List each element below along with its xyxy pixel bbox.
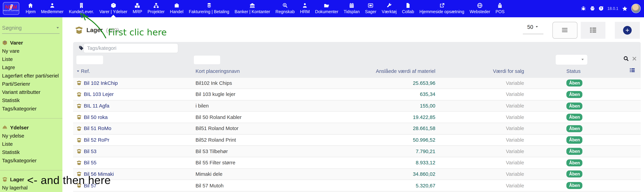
nav-item-collab[interactable]: Collab (399, 0, 417, 17)
nav-item-hrm[interactable]: HRM (298, 0, 312, 17)
list-view-button[interactable] (552, 22, 577, 39)
table-row[interactable]: Bil 57Bil 57 Mutoh5.320,67VariableÅben (73, 180, 640, 191)
column-header-status[interactable]: Status (566, 68, 580, 74)
sidebar-item-ydelser-tags-kategorier[interactable]: Tags/kategorier (0, 156, 62, 165)
sidebar-item-varer-lagerført-efter-parti-seriel[interactable]: Lagerført efter parti/seriel (0, 71, 62, 80)
nav-item-label: Regnskab (276, 9, 295, 14)
location-filter-input[interactable] (194, 56, 220, 64)
nav-item-banker-kontanter[interactable]: Banker | Kontanter (232, 0, 273, 17)
table-row[interactable]: Bil 55Bil 55 Filter større8.933,12Variab… (73, 157, 640, 169)
column-picker-icon[interactable] (629, 67, 635, 73)
cubes-icon (134, 2, 140, 8)
table-row[interactable]: Bil 50 rokaBil 50 Roland Kabler19.422,85… (73, 112, 640, 123)
sidebar-item-varer-tags-kategorier[interactable]: Tags/kategorier (0, 105, 62, 113)
column-header-ref[interactable]: Ref. (76, 68, 90, 74)
sidebar-item-varer-variant-attributter[interactable]: Variant attributter (0, 88, 62, 96)
nav-item-fakturering-betaling[interactable]: Fakturering | Betaling (186, 0, 232, 17)
row-status: Åben (566, 180, 582, 191)
sidebar-section-ydelser[interactable]: Ydelser (2, 125, 62, 131)
status-badge[interactable]: Åben (566, 114, 582, 121)
row-ref-link[interactable]: Bil 102 InkChip (76, 78, 118, 88)
sidebar-item-varer-ny-vare[interactable]: Ny vare (0, 47, 62, 55)
status-badge[interactable]: Åben (566, 137, 582, 144)
column-header-location[interactable]: Kort placeringsnavn (196, 68, 240, 74)
sidebar-item-ydelser-liste[interactable]: Liste (0, 140, 62, 148)
tags-filter-input[interactable] (84, 44, 178, 53)
row-ref-link[interactable]: Bil 50 roka (76, 112, 108, 123)
page-size-value: 50 (527, 24, 533, 30)
nav-item-dokumenter[interactable]: Dokumenter (312, 0, 341, 17)
status-badge[interactable]: Åben (566, 182, 582, 189)
status-filter-select[interactable] (556, 55, 587, 64)
column-header-material-value[interactable]: Anslåede værdi af materiel (312, 68, 436, 74)
nav-item-mrp[interactable]: MRP (130, 0, 145, 17)
coins-icon (206, 2, 212, 8)
row-ref-link[interactable]: Bil 51 RoMo (76, 123, 111, 134)
row-location: Bil 55 Filter større (196, 157, 235, 168)
nav-item-websteder[interactable]: Websteder (467, 0, 493, 17)
row-ref-link[interactable]: BIL 11 Agfa (76, 100, 110, 111)
status-badge[interactable]: Åben (566, 159, 582, 166)
nav-item-label: Varer | Ydelser (100, 9, 127, 14)
status-badge[interactable]: Åben (566, 171, 582, 178)
sidebar-item-ydelser-statistik[interactable]: Statistik (0, 148, 62, 156)
column-header-sale-value[interactable]: Værdi for salg (442, 68, 524, 74)
clear-filters-icon[interactable] (632, 56, 637, 61)
status-badge[interactable]: Åben (566, 91, 582, 98)
company-logo[interactable]: NEM PRINTER SUPPORT (3, 2, 20, 15)
row-ref-link[interactable]: Bil 52 RoPr (76, 135, 110, 145)
nav-item-værktøj[interactable]: Værktøj (379, 0, 399, 17)
status-badge[interactable]: Åben (566, 125, 582, 132)
nav-item-hjemmeside-opsætning[interactable]: Hjemmeside opsætning (417, 0, 467, 17)
row-material-value: 5.320,67 (312, 180, 436, 191)
nav-item-varer-ydelser[interactable]: Varer | Ydelser (97, 0, 130, 17)
sidebar-item-varer-lagre[interactable]: Lagre (0, 63, 62, 71)
nav-item-handel[interactable]: Handel (167, 0, 186, 17)
row-sale-value: Variable (442, 135, 524, 145)
status-badge[interactable]: Åben (566, 103, 582, 109)
sidebar-item-varer-parti-serienr[interactable]: Parti/Serienr (0, 80, 62, 88)
printer-icon[interactable] (590, 6, 595, 11)
user-icon (49, 2, 55, 8)
avatar[interactable] (631, 4, 640, 13)
row-ref-link[interactable]: Bil 55 (76, 157, 96, 168)
status-badge[interactable]: Åben (566, 79, 582, 86)
nav-item-hjem[interactable]: Hjem (23, 0, 38, 17)
search-icon[interactable] (623, 55, 629, 61)
logo-subtext: PRINTER SUPPORT (3, 10, 19, 12)
grid-view-button[interactable] (580, 22, 605, 39)
sidebar-item-varer-statistik[interactable]: Statistik (0, 96, 62, 105)
status-badge[interactable]: Åben (566, 148, 582, 155)
row-material-value: 7.790,21 (312, 146, 436, 157)
nav-item-pos[interactable]: POS (493, 0, 507, 17)
table-row[interactable]: BIL 11 Agfai bilen155,00VariableÅben (73, 100, 640, 112)
table-row[interactable]: Bil 56 MimakiMimaki dele34.860,02Variabl… (73, 169, 640, 180)
ref-filter-input[interactable] (76, 56, 103, 64)
row-ref-link[interactable]: BIL 103 Lejer (76, 89, 114, 100)
sidebar-search-dropdown[interactable]: Søgning (2, 25, 60, 34)
sidebar-item-varer-liste[interactable]: Liste (0, 55, 62, 63)
nav-item-projekter[interactable]: Projekter (145, 0, 167, 17)
table-row[interactable]: Bil 52 RoPrBil52 Roland Print50.996,52Va… (73, 135, 640, 146)
bug-icon[interactable] (581, 6, 586, 11)
page-size-select[interactable]: 50 (522, 24, 543, 34)
star-icon[interactable] (622, 6, 628, 12)
nav-item-sager[interactable]: Sager (362, 0, 379, 17)
sidebar-section-varer[interactable]: Varer (2, 40, 62, 46)
help-icon[interactable]: ? (598, 6, 604, 11)
nav-item-tidsplan[interactable]: Tidsplan (341, 0, 362, 17)
nav-item-regnskab[interactable]: $Regnskab (273, 0, 297, 17)
box-open-icon (76, 137, 82, 143)
nav-item-medlemmer[interactable]: Medlemmer (38, 0, 66, 17)
table-row[interactable]: Bil 51 RoMoBil51 Roland Motor28.661,58Va… (73, 123, 640, 135)
row-ref-link[interactable]: Bil 53 (76, 146, 96, 157)
tag-icon (78, 45, 84, 50)
nav-item-kunde-lever[interactable]: Kunde/Lever. (66, 0, 97, 17)
table-row[interactable]: Bil 102 InkChipBil102 Ink Chips25.653,96… (73, 78, 640, 89)
table-row[interactable]: Bil 53Bil 53 Tilbehør7.790,21VariableÅbe… (73, 146, 640, 157)
sidebar-item-ydelser-ny-ydelse[interactable]: Ny ydelse (0, 132, 62, 140)
add-button[interactable] (615, 22, 640, 39)
table-row[interactable]: BIL 103 LejerBil 103 kugle lejer635,34Va… (73, 89, 640, 100)
main-content: Lager (489) 50 (62, 17, 644, 192)
row-location: Mimaki dele (196, 169, 222, 179)
